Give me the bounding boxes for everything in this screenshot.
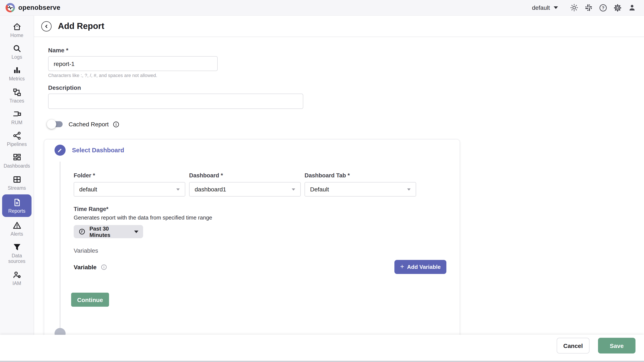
sidebar-nav: Home Logs Metrics Traces RUM [0, 16, 34, 335]
info-circle-icon[interactable] [112, 121, 120, 128]
time-range-description: Generates report with the data from spec… [74, 214, 460, 221]
report-form: Name * Characters like :, ?, /, #, and s… [34, 37, 644, 354]
share-nodes-icon [12, 131, 22, 140]
dashboard-select-value: dashboard1 [195, 186, 226, 193]
sidebar-item-logs[interactable]: Logs [0, 41, 34, 62]
dashboard-tab-select-value: Default [310, 186, 329, 193]
sidebar-item-label: Home [10, 33, 23, 38]
variable-label-group: Variable [74, 264, 107, 270]
app-window: openobserve default [0, 0, 644, 362]
step1-title[interactable]: Select Dashboard [72, 147, 124, 154]
plus-icon: + [400, 263, 404, 271]
time-range-value: Past 30 Minutes [90, 225, 130, 238]
sidebar-item-home[interactable]: Home [0, 19, 34, 41]
add-variable-button-label: Add Variable [407, 264, 441, 270]
dashboard-label: Dashboard * [189, 172, 301, 179]
select-labels-row: Folder * Dashboard * Dashboard Tab * [74, 172, 460, 179]
user-gear-icon [12, 270, 22, 279]
description-input[interactable] [48, 94, 303, 109]
sidebar-item-traces[interactable]: Traces [0, 84, 34, 106]
sidebar-item-label: IAM [12, 281, 21, 286]
back-button[interactable] [41, 21, 52, 31]
bar-chart-icon [12, 66, 22, 75]
time-range-dropdown[interactable]: Past 30 Minutes [74, 225, 143, 238]
continue-button[interactable]: Continue [71, 293, 109, 307]
folder-select[interactable]: default [74, 182, 185, 196]
name-label: Name * [48, 47, 644, 54]
dashboard-tab-select[interactable]: Default [304, 182, 416, 196]
warning-triangle-icon [12, 221, 22, 230]
variable-row: Variable + Add Variable [74, 260, 446, 274]
sidebar-item-label: Pipelines [7, 142, 26, 147]
name-input[interactable] [48, 56, 218, 71]
folder-select-value: default [79, 186, 97, 193]
org-selector-value: default [532, 4, 550, 11]
window-bottom-edge [0, 361, 644, 362]
sidebar-item-iam[interactable]: IAM [0, 267, 34, 289]
add-variable-button[interactable]: + Add Variable [394, 260, 446, 274]
funnel-icon [12, 242, 22, 252]
chevron-down-icon [134, 230, 138, 233]
sidebar-item-label: Traces [9, 98, 24, 104]
footer-action-bar: Cancel Save [0, 335, 644, 362]
chevron-down-icon [292, 188, 295, 190]
sidebar-item-label: Streams [8, 185, 26, 191]
dashboard-tab-label: Dashboard Tab * [304, 172, 416, 179]
user-icon[interactable] [628, 3, 636, 12]
select-inputs-row: default dashboard1 Default [74, 182, 460, 196]
brand-name: openobserve [18, 4, 60, 11]
flowchart-icon [12, 87, 22, 97]
sidebar-item-metrics[interactable]: Metrics [0, 63, 34, 84]
sidebar-item-alerts[interactable]: Alerts [0, 218, 34, 239]
main-content: Add Report Name * Characters like :, ?, … [34, 16, 644, 362]
cached-report-row: Cached Report [48, 120, 644, 128]
sidebar-item-pipelines[interactable]: Pipelines [0, 128, 34, 150]
document-icon [12, 198, 22, 207]
info-circle-icon[interactable] [100, 264, 107, 270]
step1-body: Folder * Dashboard * Dashboard Tab * def… [74, 172, 460, 307]
variables-section-label: Variables [74, 247, 460, 254]
settings-gear-icon[interactable] [613, 3, 622, 12]
sidebar-item-data-sources[interactable]: Data sources [0, 239, 34, 267]
page-title: Add Report [58, 21, 104, 31]
sidebar-item-dashboards[interactable]: Dashboards [0, 150, 34, 172]
theme-light-icon[interactable] [570, 3, 578, 12]
sidebar-item-rum[interactable]: RUM [0, 106, 34, 128]
step1-header: Select Dashboard [54, 145, 460, 156]
home-icon [12, 22, 22, 31]
toggle-thumb [47, 120, 56, 129]
chevron-down-icon [554, 6, 558, 9]
grid-window-icon [12, 175, 22, 184]
variable-label: Variable [74, 264, 96, 270]
chevron-down-icon [407, 188, 410, 190]
sidebar-item-label: Alerts [11, 231, 23, 237]
devices-icon [12, 109, 22, 119]
description-label: Description [48, 84, 644, 91]
brand-logo: openobserve [0, 3, 60, 12]
sidebar-item-label: Metrics [9, 76, 25, 82]
dashboard-tiles-icon [12, 153, 22, 162]
page-header: Add Report [34, 16, 644, 37]
pencil-icon [54, 145, 66, 156]
save-button[interactable]: Save [598, 338, 636, 354]
help-icon[interactable]: ? [599, 3, 607, 12]
clock-icon [78, 228, 86, 235]
search-icon [12, 44, 22, 53]
cached-report-toggle[interactable] [48, 120, 62, 128]
sidebar-item-label: Dashboards [4, 164, 30, 169]
org-selector-dropdown[interactable]: default [532, 4, 558, 11]
sidebar-item-streams[interactable]: Streams [0, 172, 34, 193]
dashboard-select[interactable]: dashboard1 [189, 182, 301, 196]
topbar-actions: default ? [532, 3, 644, 12]
cancel-button[interactable]: Cancel [557, 338, 590, 354]
slack-icon[interactable] [584, 3, 593, 12]
sidebar-item-label: RUM [11, 120, 22, 126]
top-bar: openobserve default [0, 0, 644, 16]
time-range-label: Time Range* [74, 206, 460, 212]
select-dashboard-card: Select Dashboard Folder * Dashboard * Da… [44, 139, 460, 354]
sidebar-item-reports[interactable]: Reports [2, 194, 32, 217]
folder-label: Folder * [74, 172, 185, 179]
openobserve-logo-icon [6, 3, 15, 12]
svg-text:?: ? [602, 5, 604, 10]
sidebar-item-label: Data sources [3, 253, 30, 264]
